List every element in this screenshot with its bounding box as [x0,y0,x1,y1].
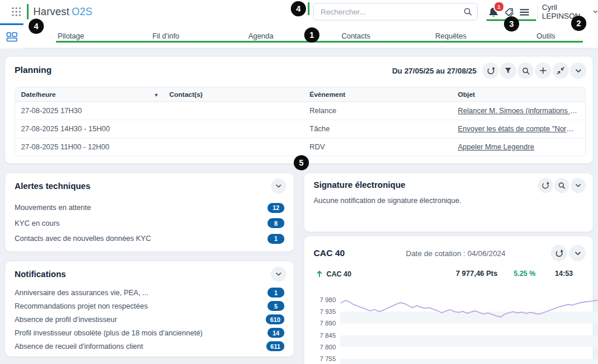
cac40-card: CAC 40 Date de cotation : 04/06/2024 [304,236,593,364]
menu-button[interactable] [517,5,532,20]
cell-object: Appeler Mme Legendre [452,138,585,156]
annotation-marker-4: 4 [29,19,44,34]
table-row: 27-08-2025 17H30RelanceRelancer M. Simoe… [15,102,585,120]
filter-icon [504,66,512,75]
chevron-down-icon [275,183,282,190]
collapse-cac40-button[interactable] [569,245,586,261]
annotation-marker-5: 5 [294,155,309,170]
collapse-expand-button[interactable] [552,62,569,79]
event-object-link[interactable]: Envoyer les états de compte "Normandie" [458,125,579,133]
chevron-down-icon [575,182,582,189]
tab-contacts[interactable]: Contacts [308,23,404,48]
plus-icon [539,66,547,75]
logo-text-o2s: O2S [72,6,93,18]
annotation-marker-1: 1 [304,27,319,43]
column-header-date-heure[interactable]: Date/heure▾ [15,88,164,102]
signature-controls [538,178,586,193]
logo-text-harvest: Harvest [33,6,69,18]
chevron-down-icon [593,9,598,15]
global-search [313,3,478,20]
planning-date-range[interactable]: Du 27/05/25 au 27/08/25 [392,66,477,75]
y-axis-tick-label: 7 935 [314,308,336,315]
cell-event: Relance [304,102,452,120]
collapse-notifications-button[interactable] [271,267,286,282]
event-object-link[interactable]: Relancer M. Simoes (informations patrimo… [458,107,579,115]
search-icon [558,181,566,190]
refresh-button[interactable] [551,245,567,261]
table-row: 27-08-2025 11H00 - 12H00RDVAppeler Mme L… [15,138,585,156]
event-object-link[interactable]: Appeler Mme Legendre [458,143,534,151]
column-label: Objet [458,91,475,98]
cac40-quote-row[interactable]: CAC 40 7 977,46 Pts 5.25 % 14:53 [314,269,583,279]
cell-contact [164,120,304,138]
search-input[interactable] [319,7,463,17]
search-icon[interactable] [463,7,472,16]
refresh-button[interactable] [482,62,499,79]
hamburger-icon [519,7,530,18]
cac40-controls [551,245,586,261]
search-signature-button[interactable] [554,178,569,193]
list-item[interactable]: Mouvements en attente12 [15,200,284,216]
column-header-v-nement[interactable]: Évènement [304,88,452,102]
column-header-objet[interactable]: Objet [452,88,585,102]
signature-empty-text: Aucune notification de signature électro… [314,197,461,205]
planning-title: Planning [15,65,51,75]
count-badge: 5 [267,301,284,311]
list-item-label: KYC en cours [15,219,60,228]
collapse-panel-button[interactable] [570,62,586,79]
alerts-title: Alertes techniques [15,181,91,191]
annotation-highlight-line [56,41,583,43]
annotation-marker-2: 2 [571,16,586,31]
cell-event: RDV [304,138,452,156]
add-event-button[interactable] [535,62,551,79]
signature-title: Signature électronique [314,180,405,190]
tab-agenda[interactable]: Agenda [213,23,308,48]
count-badge: 12 [267,203,284,213]
count-badge: 14 [267,328,284,338]
apps-grid-button[interactable] [8,4,25,20]
list-item[interactable]: Recommandations projet non respectées5 [15,299,284,313]
apps-grid-icon [11,6,22,18]
app-logo[interactable]: Harvest O2S [33,0,92,23]
list-item[interactable]: Profil investisseur obsolète (plus de 18… [15,326,284,340]
count-badge: 610 [266,314,284,324]
y-axis-tick-label: 7 845 [314,332,336,339]
cell-object: Relancer M. Simoes (informations patrimo… [452,102,585,120]
index-change: 5.25 % [514,270,536,278]
planning-table-header: Date/heure▾Contact(s)ÉvènementObjet [15,88,585,102]
count-badge: 8 [267,218,284,228]
filter-button[interactable] [500,62,516,79]
y-axis-tick-label: 7 980 [314,296,336,303]
index-name: CAC 40 [326,270,352,278]
annotation-marker-4: 4 [291,1,306,16]
cell-date: 27-08-2025 14H30 - 15H00 [15,120,164,138]
sort-caret-icon[interactable]: ▾ [155,92,158,98]
collapse-alerts-button[interactable] [271,178,286,194]
annotation-marker-3: 3 [504,16,519,32]
chevron-down-icon [574,250,582,257]
cell-contact [164,138,304,156]
column-header-contact-s[interactable]: Contact(s) [164,88,304,102]
cell-contact [164,102,304,120]
header-divider [537,5,538,19]
chevron-down-icon [575,67,582,75]
tab-fil-d-info[interactable]: Fil d'info [119,23,214,48]
count-badge: 1 [267,234,284,244]
cell-object: Envoyer les états de compte "Normandie" [452,120,585,138]
notification-count-badge: 1 [493,1,505,12]
list-item[interactable]: Contacts avec de nouvelles données KYC1 [15,231,284,247]
list-item[interactable]: Absence de profil d'investisseur610 [15,313,284,326]
y-axis-tick-label: 7 800 [314,344,336,351]
sidebar-item-dashboard[interactable] [0,23,23,48]
notifications-title: Notifications [15,270,66,279]
search-planning-button[interactable] [517,62,534,79]
user-menu[interactable]: Cyril LEPINSON [542,0,598,23]
chevron-down-icon [275,271,282,278]
tab-requ-tes[interactable]: Requêtes [404,23,499,48]
collapse-signature-button[interactable] [571,178,586,193]
list-item[interactable]: Absence de recueil d'informations client… [15,340,284,353]
dashboard-layout-icon [6,32,18,42]
refresh-button[interactable] [538,178,553,193]
list-item[interactable]: Anniversaire des assurances vie, PEA, ..… [15,286,284,299]
list-item[interactable]: KYC en cours8 [15,216,284,232]
